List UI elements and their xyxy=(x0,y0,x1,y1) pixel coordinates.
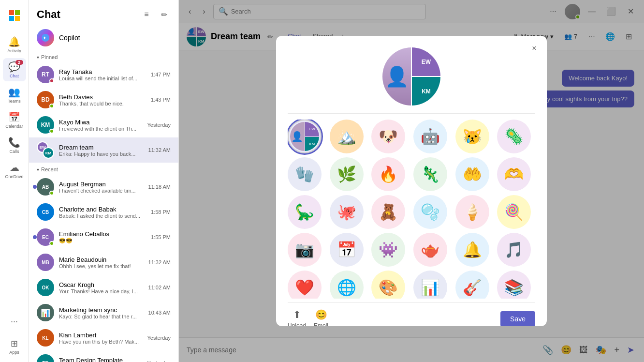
chat-item-teamdesign[interactable]: TD Team Design Template Reta: Let's set … xyxy=(29,350,178,362)
sticker-robot[interactable]: 🤖 xyxy=(413,120,447,153)
sticker-plant[interactable]: 🌿 xyxy=(330,157,364,191)
calls-icon: 📞 xyxy=(8,136,20,148)
sticker-icecream[interactable]: 🍦 xyxy=(455,195,489,229)
apps-label: Apps xyxy=(9,350,19,355)
chat-item-charlotte[interactable]: CB Charlotte and Babak Babak: I asked th… xyxy=(29,199,178,225)
sticker-virus[interactable]: 🦠 xyxy=(497,120,531,153)
sidebar-actions: ≡ ✏ xyxy=(140,8,171,21)
marie-time: 11:32 AM xyxy=(148,259,171,265)
oscar-avatar: OK xyxy=(37,279,54,296)
sticker-bubbles[interactable]: 🫧 xyxy=(413,195,447,229)
rail-calendar[interactable]: 📅 Calendar xyxy=(3,108,26,132)
chat-item-kayo[interactable]: KM Kayo Miwa I reviewed with the client … xyxy=(29,112,178,137)
sticker-cry-cat[interactable]: 😿 xyxy=(455,120,489,153)
oscar-time: 11:02 AM xyxy=(148,285,171,290)
sticker-dino[interactable]: 🦕 xyxy=(288,195,322,229)
kayo-info: Kayo Miwa I reviewed with the client on … xyxy=(59,119,142,132)
sticker-books[interactable]: 📚 xyxy=(497,271,531,299)
sticker-teapot[interactable]: 🫖 xyxy=(413,233,447,267)
new-chat-button[interactable]: ✏ xyxy=(157,8,171,21)
sticker-bell[interactable]: 🔔 xyxy=(455,233,489,267)
group-photo-modal: × 👤 EW KM 👤 xyxy=(276,36,547,326)
marketing-name: Marketing team sync xyxy=(59,306,144,314)
marketing-preview: Kayo: So glad to hear that the r... xyxy=(59,314,144,319)
chat-item-kian[interactable]: KL Kian Lambert Have you run this by Bet… xyxy=(29,325,178,350)
recent-section-label[interactable]: Recent xyxy=(29,163,178,174)
chat-item-marie[interactable]: MB Marie Beaudouin Ohhh I see, yes let m… xyxy=(29,250,178,275)
ms-logo xyxy=(3,4,26,27)
rail-apps[interactable]: ⊞ Apps xyxy=(3,335,26,358)
chat-badge: 2 xyxy=(15,60,23,65)
sticker-fire[interactable]: 🔥 xyxy=(371,157,405,191)
sticker-group-pic[interactable]: 👤 EW KM xyxy=(288,120,322,153)
emiliano-info: Emiliano Ceballos 😎😎 xyxy=(59,230,146,244)
svg-rect-1 xyxy=(15,10,20,15)
marketing-time: 10:43 AM xyxy=(148,310,171,316)
beth-initials: BD xyxy=(41,96,49,103)
chat-item-dream[interactable]: EW KM Dream team Erika: Happy to have yo… xyxy=(29,137,178,163)
sticker-calendar[interactable]: 📅 xyxy=(330,233,364,267)
copilot-name: Copilot xyxy=(59,34,80,42)
pinned-section-label[interactable]: Pinned xyxy=(29,50,178,62)
kian-info: Kian Lambert Have you run this by Beth? … xyxy=(59,332,142,345)
ray-time: 1:47 PM xyxy=(151,72,171,77)
charlotte-name: Charlotte and Babak xyxy=(59,206,146,213)
marketing-avatar-wrap: 📊 xyxy=(37,304,54,321)
sticker-chart[interactable]: 📊 xyxy=(413,271,447,299)
sidebar-title: Chat xyxy=(37,8,60,21)
rail-calls[interactable]: 📞 Calls xyxy=(3,134,26,157)
sticker-heart-hands[interactable]: 🫶 xyxy=(497,157,531,191)
sticker-hands[interactable]: 🤲 xyxy=(455,157,489,191)
modal-photo-km: KM xyxy=(412,77,440,106)
copilot-item[interactable]: ✦ Copilot xyxy=(29,25,178,50)
marketing-info: Marketing team sync Kayo: So glad to hea… xyxy=(59,306,144,319)
sticker-music[interactable]: 🎵 xyxy=(497,233,531,267)
dream-preview: Erika: Happy to have you back... xyxy=(59,151,144,157)
sticker-globe[interactable]: 🌐 xyxy=(330,271,364,299)
chat-item-august[interactable]: AB August Bergman I haven't checked avai… xyxy=(29,174,178,199)
chat-item-marketing[interactable]: 📊 Marketing team sync Kayo: So glad to h… xyxy=(29,300,178,325)
sticker-candy[interactable]: 🍭 xyxy=(497,195,531,229)
chat-item-emiliano[interactable]: EC Emiliano Ceballos 😎😎 1:55 PM xyxy=(29,225,178,250)
filter-button[interactable]: ≡ xyxy=(140,8,153,21)
beth-info: Beth Davies Thanks, that would be nice. xyxy=(59,93,146,106)
rail-onedrive[interactable]: ☁ OneDrive xyxy=(3,159,26,182)
save-button[interactable]: Save xyxy=(500,311,535,326)
upload-action[interactable]: ⬆ Upload xyxy=(288,309,306,326)
sticker-heart[interactable]: ❤️ xyxy=(288,271,322,299)
activity-label: Activity xyxy=(7,48,21,53)
modal-divider xyxy=(288,113,535,114)
chat-item-ray[interactable]: RT Ray Tanaka Louisa will send the initi… xyxy=(29,62,178,87)
modal-overlay[interactable]: × 👤 EW KM 👤 xyxy=(179,0,644,362)
kayo-initials: KM xyxy=(41,121,50,128)
sticker-glove[interactable]: 🧤 xyxy=(288,157,322,191)
august-name: August Bergman xyxy=(59,181,144,188)
sticker-camera[interactable]: 📷 xyxy=(288,233,322,267)
sticker-mountain[interactable]: 🏔️ xyxy=(330,120,364,153)
chat-item-oscar[interactable]: OK Oscar Krogh You: Thanks! Have a nice … xyxy=(29,275,178,300)
sticker-grid: 👤 EW KM 🏔️ 🐶 🤖 😿 🦠 🧤 🌿 🔥 🦎 🤲 🫶 xyxy=(288,120,535,299)
rail-chat[interactable]: 💬 2 Chat xyxy=(3,58,26,81)
chat-item-beth[interactable]: BD Beth Davies Thanks, that would be nic… xyxy=(29,87,178,112)
sticker-guitar[interactable]: 🎸 xyxy=(455,271,489,299)
dream-avatar-wrap: EW KM xyxy=(37,141,54,159)
rail-teams[interactable]: 👥 Teams xyxy=(3,83,26,106)
sticker-palette[interactable]: 🎨 xyxy=(371,271,405,299)
sticker-alien[interactable]: 👾 xyxy=(371,233,405,267)
sticker-lizard[interactable]: 🦎 xyxy=(413,157,447,191)
august-unread xyxy=(33,185,37,189)
kian-preview: Have you run this by Beth? Mak... xyxy=(59,339,142,345)
onedrive-label: OneDrive xyxy=(5,174,23,179)
modal-bottom-left: ⬆ Upload 😊 Emoji xyxy=(288,309,328,326)
emoji-action[interactable]: 😊 Emoji xyxy=(314,309,328,326)
sticker-teddy[interactable]: 🧸 xyxy=(371,195,405,229)
rail-activity[interactable]: 🔔 Activity xyxy=(3,33,26,56)
apps-icon: ⊞ xyxy=(11,338,18,349)
rail-more[interactable]: ··· xyxy=(3,310,26,333)
calendar-icon: 📅 xyxy=(8,111,20,123)
sticker-octopus[interactable]: 🐙 xyxy=(330,195,364,229)
modal-close-button[interactable]: × xyxy=(527,42,541,55)
kian-avatar-wrap: KL xyxy=(37,329,54,347)
beth-status xyxy=(49,104,54,108)
sticker-dog[interactable]: 🐶 xyxy=(371,120,405,153)
